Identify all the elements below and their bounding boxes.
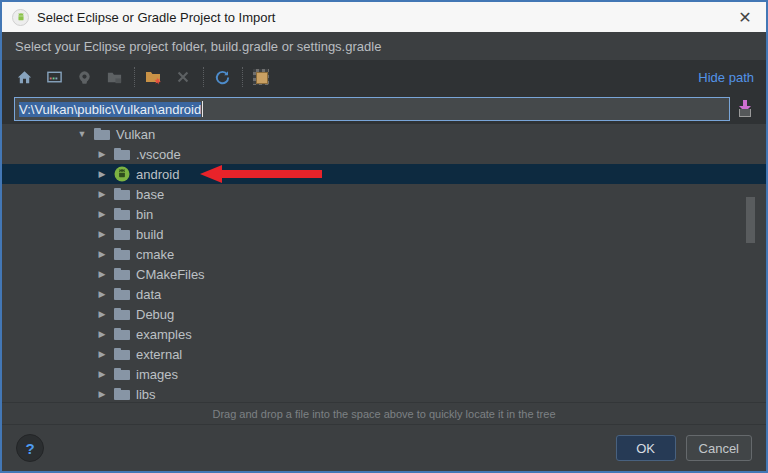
import-project-dialog: Select Eclipse or Gradle Project to Impo… xyxy=(0,0,768,473)
delete-icon-disabled xyxy=(173,67,193,87)
folder-icon xyxy=(114,366,130,382)
tree-item-label: examples xyxy=(136,327,192,342)
tree-item-label: cmake xyxy=(136,247,174,262)
tree-row-examples[interactable]: ▶examples xyxy=(2,324,766,344)
home-icon[interactable] xyxy=(14,67,34,87)
tree-expand-arrow-icon[interactable]: ▶ xyxy=(96,209,108,219)
tree-item-label: Debug xyxy=(136,307,174,322)
help-button[interactable]: ? xyxy=(16,434,44,462)
tree-row-cmake[interactable]: ▶cmake xyxy=(2,244,766,264)
tree-expand-arrow-icon[interactable]: ▶ xyxy=(96,289,108,299)
folder-icon xyxy=(94,126,110,142)
tree-item-label: android xyxy=(136,167,179,182)
ok-button[interactable]: OK xyxy=(616,435,676,461)
folder-icon xyxy=(114,206,130,222)
drag-drop-hint: Drag and drop a file into the space abov… xyxy=(212,408,555,420)
tree-row-CMakeFiles[interactable]: ▶CMakeFiles xyxy=(2,264,766,284)
tree-row-build[interactable]: ▶build xyxy=(2,224,766,244)
tree-item-label: external xyxy=(136,347,182,362)
new-folder-icon[interactable] xyxy=(143,67,163,87)
folder-icon xyxy=(114,186,130,202)
tree-item-label: build xyxy=(136,227,163,242)
folder-icon xyxy=(114,226,130,242)
tree-expand-arrow-icon[interactable]: ▶ xyxy=(96,269,108,279)
close-icon[interactable]: ✕ xyxy=(734,8,756,27)
refresh-icon[interactable] xyxy=(212,67,232,87)
scrollbar-thumb[interactable] xyxy=(746,197,755,243)
title-bar: Select Eclipse or Gradle Project to Impo… xyxy=(2,2,766,32)
text-caret xyxy=(202,101,203,117)
toolbar: Hide path xyxy=(2,60,766,94)
hide-path-link[interactable]: Hide path xyxy=(698,70,754,85)
path-text: V:\Vulkan\public\Vulkan\android xyxy=(19,102,201,117)
hint-bar: Drag and drop a file into the space abov… xyxy=(2,402,766,424)
tree-row-images[interactable]: ▶images xyxy=(2,364,766,384)
tree-item-label: base xyxy=(136,187,164,202)
footer-bar: ? OK Cancel xyxy=(2,424,766,471)
tree-row-.vscode[interactable]: ▶.vscode xyxy=(2,144,766,164)
file-tree: ▼Vulkan▶.vscode▶android▶base▶bin▶build▶c… xyxy=(2,124,766,402)
android-module-icon xyxy=(114,166,130,182)
tree-expand-arrow-icon[interactable]: ▶ xyxy=(96,169,108,179)
tree-item-label: bin xyxy=(136,207,153,222)
tree-row-external[interactable]: ▶external xyxy=(2,344,766,364)
tree-row-android[interactable]: ▶android xyxy=(2,164,766,184)
tree-expand-arrow-icon[interactable]: ▶ xyxy=(96,149,108,159)
dialog-subtitle: Select your Eclipse project folder, buil… xyxy=(2,32,766,60)
folder-icon xyxy=(114,326,130,342)
tree-expand-arrow-icon[interactable]: ▶ xyxy=(96,189,108,199)
toolbar-separator xyxy=(242,67,243,87)
tree-row-bin[interactable]: ▶bin xyxy=(2,204,766,224)
tree-item-label: images xyxy=(136,367,178,382)
tree-expand-arrow-icon[interactable]: ▶ xyxy=(96,349,108,359)
tree-expand-arrow-icon[interactable]: ▶ xyxy=(96,249,108,259)
dialog-title: Select Eclipse or Gradle Project to Impo… xyxy=(37,10,275,25)
tree-item-label: Vulkan xyxy=(116,127,155,142)
tree-expand-arrow-icon[interactable]: ▶ xyxy=(96,309,108,319)
folder-icon xyxy=(114,286,130,302)
tree-expand-arrow-icon[interactable]: ▶ xyxy=(96,389,108,399)
android-studio-logo-icon xyxy=(12,9,29,26)
tree-item-label: .vscode xyxy=(136,147,181,162)
tree-item-label: CMakeFiles xyxy=(136,267,205,282)
path-input[interactable]: V:\Vulkan\public\Vulkan\android xyxy=(14,97,730,121)
tree-row-data[interactable]: ▶data xyxy=(2,284,766,304)
tree-expand-arrow-icon[interactable]: ▶ xyxy=(96,329,108,339)
desktop-icon[interactable] xyxy=(44,67,64,87)
drop-to-locate-icon[interactable] xyxy=(736,100,754,118)
tree-item-label: data xyxy=(136,287,161,302)
folder-icon xyxy=(114,386,130,402)
toolbar-separator xyxy=(203,67,204,87)
tree-row-Debug[interactable]: ▶Debug xyxy=(2,304,766,324)
folder-icon xyxy=(114,246,130,262)
folder-icon xyxy=(114,266,130,282)
folder-icon xyxy=(114,346,130,362)
show-hidden-files-icon[interactable] xyxy=(251,67,271,87)
cancel-button[interactable]: Cancel xyxy=(686,435,752,461)
toolbar-separator xyxy=(134,67,135,87)
tree-expand-arrow-icon[interactable]: ▶ xyxy=(96,229,108,239)
tree-item-label: libs xyxy=(136,387,156,402)
new-window-folder-icon-disabled xyxy=(104,67,124,87)
folder-icon xyxy=(114,306,130,322)
folder-icon xyxy=(114,146,130,162)
tree-row-base[interactable]: ▶base xyxy=(2,184,766,204)
module-icon-disabled xyxy=(74,67,94,87)
tree-expand-arrow-icon[interactable]: ▶ xyxy=(96,369,108,379)
tree-collapse-arrow-icon[interactable]: ▼ xyxy=(76,129,88,139)
tree-row-Vulkan[interactable]: ▼Vulkan xyxy=(2,124,766,144)
tree-row-libs[interactable]: ▶libs xyxy=(2,384,766,402)
path-row: V:\Vulkan\public\Vulkan\android xyxy=(2,94,766,124)
